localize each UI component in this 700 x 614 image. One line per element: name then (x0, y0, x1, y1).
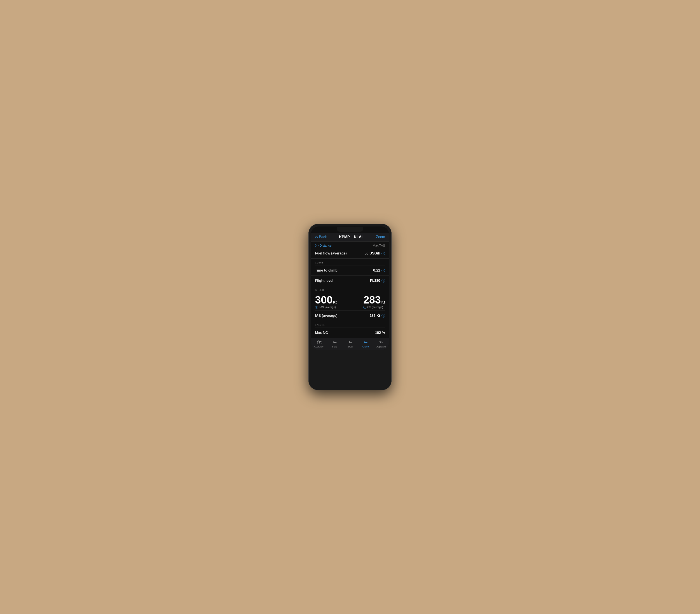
tab-overview-label: Overview (314, 345, 324, 348)
max-ng-row: Max NG 102 % (311, 328, 389, 338)
max-tas-label: Max TAS (373, 244, 385, 247)
tab-takeoff-label: Takeoff (347, 345, 353, 348)
phone-screen: ‹ < Back KPMP – KLAL Zoom i Distance Max… (311, 226, 389, 350)
engine-label: ENGINE (315, 324, 325, 326)
zoom-button[interactable]: Zoom (376, 235, 385, 239)
distance-row: i Distance Max TAS (311, 242, 389, 248)
fuel-flow-label: Fuel flow (average) (315, 251, 347, 255)
approach-icon (379, 340, 384, 345)
back-label[interactable]: < Back (316, 235, 327, 239)
distance-text: Distance (320, 244, 332, 247)
cruise-icon (363, 340, 368, 345)
takeoff-icon (348, 340, 352, 345)
tab-overview[interactable]: 🗺 Overview (311, 340, 327, 348)
speed-label: SPEED (315, 288, 324, 291)
ias-row: IAS (average) 187 Kt i (311, 311, 389, 321)
start-icon (332, 340, 337, 345)
flight-level-info-icon[interactable]: i (382, 279, 385, 282)
time-to-climb-value: 0:21 i (373, 269, 385, 272)
distance-label: i Distance (315, 244, 332, 247)
time-to-climb-row: Time to climb 0:21 i (311, 266, 389, 276)
fuel-flow-row: Fuel flow (average) 50 USG/h i (311, 248, 389, 259)
tab-cruise[interactable]: Cruise (358, 340, 373, 348)
overview-icon: 🗺 (316, 340, 321, 345)
phone-device: ‹ < Back KPMP – KLAL Zoom i Distance Max… (309, 224, 391, 390)
tab-takeoff[interactable]: Takeoff (342, 340, 358, 348)
fuel-flow-value: 50 USG/h i (365, 251, 385, 255)
flight-level-label: Flight level (315, 279, 333, 283)
status-bar (311, 226, 389, 233)
climb-section-header: CLIMB (311, 259, 389, 265)
distance-info-icon[interactable]: i (315, 244, 318, 247)
tab-bar: 🗺 Overview Start Takeoff (311, 338, 389, 350)
gs-value: 283 Kt (363, 295, 385, 305)
notch (337, 228, 363, 232)
fuel-flow-info-icon[interactable]: i (382, 251, 385, 255)
tas-info-icon[interactable]: i (315, 306, 318, 309)
tas-sublabel: i TAS (average) (315, 306, 337, 309)
gs-block: 283 Kt i GS (average) (363, 295, 385, 309)
tas-value: 300 Kt (315, 295, 337, 305)
gs-unit: Kt (381, 300, 385, 305)
time-to-climb-label: Time to climb (315, 269, 338, 272)
climb-label: CLIMB (315, 261, 323, 264)
page-title: KPMP – KLAL (339, 235, 364, 239)
flight-level-value: FL280 i (370, 279, 385, 283)
flight-level-row: Flight level FL280 i (311, 276, 389, 286)
speed-display: 300 Kt i TAS (average) 283 (311, 293, 389, 310)
time-climb-info-icon[interactable]: i (382, 269, 385, 272)
ias-label: IAS (average) (315, 314, 337, 318)
ias-value: 187 Kt i (370, 314, 385, 318)
tab-cruise-label: Cruise (362, 345, 369, 348)
gs-info-icon[interactable]: i (363, 306, 366, 309)
back-button[interactable]: ‹ < Back (315, 235, 327, 239)
engine-section-header: ENGINE (311, 321, 389, 328)
tab-start-label: Start (332, 345, 337, 348)
tab-approach-label: Approach (376, 345, 386, 348)
tas-block: 300 Kt i TAS (average) (315, 295, 337, 309)
speed-section-header: SPEED (311, 286, 389, 293)
content-area: i Distance Max TAS Fuel flow (average) 5… (311, 242, 389, 338)
nav-header: ‹ < Back KPMP – KLAL Zoom (311, 233, 389, 242)
max-ng-value: 102 % (375, 331, 385, 335)
tab-start[interactable]: Start (327, 340, 342, 348)
speed-row: 300 Kt i TAS (average) 283 (315, 295, 385, 309)
gs-number: 283 (363, 295, 381, 305)
gs-sublabel: i GS (average) (363, 306, 385, 309)
ias-info-icon[interactable]: i (382, 314, 385, 318)
max-ng-label: Max NG (315, 331, 328, 335)
tas-number: 300 (315, 295, 333, 305)
tab-approach[interactable]: Approach (373, 340, 389, 348)
tas-unit: Kt (333, 300, 337, 305)
